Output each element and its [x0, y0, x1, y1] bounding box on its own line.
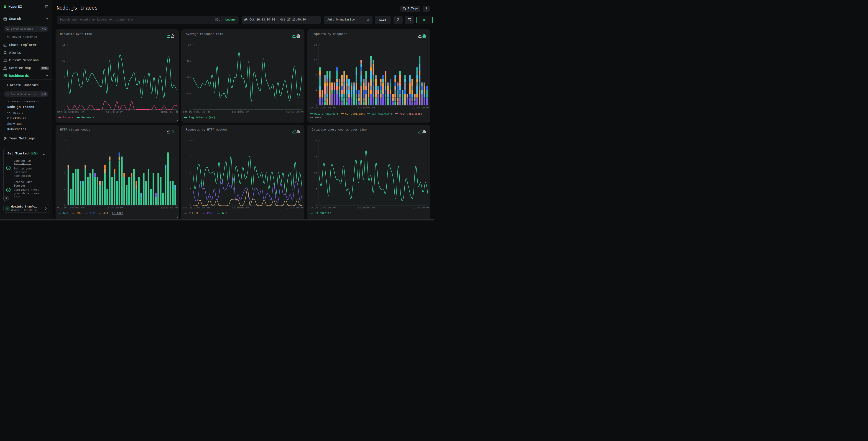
svg-text:12:30:00 PM: 12:30:00 PM — [160, 111, 178, 113]
svg-text:4: 4 — [64, 92, 65, 95]
svg-text:GET: GET — [222, 212, 227, 215]
svg-text:12:30:00 PM: 12:30:00 PM — [412, 206, 429, 209]
svg-text:POST: POST — [207, 212, 214, 215]
svg-text:Oct 26 1:00:00 PM: Oct 26 1:00:00 PM — [309, 206, 335, 209]
svg-text:4: 4 — [64, 188, 65, 190]
svg-text:8: 8 — [315, 74, 317, 77]
svg-text:Oct 26 1:00:00 PM: Oct 26 1:00:00 PM — [183, 111, 210, 113]
svg-text:Avg latency (ms): Avg latency (ms) — [189, 116, 215, 119]
svg-text:404: 404 — [103, 212, 108, 215]
svg-text:+7 more: +7 more — [310, 116, 321, 119]
svg-text:8: 8 — [64, 76, 65, 79]
svg-text:9: 9 — [189, 155, 191, 158]
svg-text:12: 12 — [188, 139, 191, 142]
svg-text:5: 5 — [315, 188, 317, 190]
svg-text:Oct 26 1:00:00 PM: Oct 26 1:00:00 PM — [183, 206, 210, 209]
svg-text:15: 15 — [314, 155, 317, 158]
svg-text:8: 8 — [64, 172, 65, 174]
svg-text:11:00:00 PM: 11:00:00 PM — [106, 206, 123, 209]
svg-text:Errors: Errors — [63, 116, 73, 119]
svg-text:300: 300 — [186, 76, 191, 79]
svg-text:150: 150 — [186, 92, 191, 95]
svg-text:500: 500 — [76, 212, 82, 215]
svg-text:DELETE /api/cart: DELETE /api/cart — [314, 113, 338, 115]
svg-text:12:30:00 PM: 12:30:00 PM — [160, 206, 178, 209]
svg-text:6: 6 — [189, 172, 191, 174]
svg-text:Db queries: Db queries — [315, 212, 331, 215]
svg-text:503: 503 — [63, 212, 68, 215]
svg-text:Oct 26 1:00:00 PM: Oct 26 1:00:00 PM — [309, 106, 335, 109]
svg-text:1k: 1k — [188, 43, 191, 46]
svg-text:Oct 26 1:00:00 PM: Oct 26 1:00:00 PM — [57, 206, 84, 209]
svg-text:12: 12 — [62, 60, 65, 62]
svg-text:12: 12 — [314, 59, 317, 61]
svg-text:16: 16 — [62, 139, 65, 142]
svg-text:422: 422 — [90, 212, 95, 215]
svg-text:+2 more: +2 more — [112, 212, 123, 215]
svg-text:12:30:00 PM: 12:30:00 PM — [286, 111, 304, 113]
svg-text:DELETE: DELETE — [189, 212, 199, 215]
svg-text:Oct 26 1:00:00 PM: Oct 26 1:00:00 PM — [57, 111, 84, 113]
svg-text:11:30:00 PM: 11:30:00 PM — [232, 206, 249, 209]
svg-text:12: 12 — [62, 155, 65, 158]
svg-text:450: 450 — [186, 60, 191, 62]
svg-text:11:30:00 PM: 11:30:00 PM — [106, 111, 123, 113]
svg-text:11:00:00 PM: 11:00:00 PM — [358, 106, 375, 109]
svg-text:20: 20 — [314, 139, 317, 142]
svg-text:10: 10 — [314, 172, 317, 174]
svg-text:16: 16 — [314, 43, 317, 46]
svg-text:11:30:00 PM: 11:30:00 PM — [358, 206, 375, 209]
svg-text:3: 3 — [189, 188, 191, 190]
svg-text:GET /api/users: GET /api/users — [371, 113, 392, 115]
svg-text:12:30:00 PM: 12:30:00 PM — [412, 106, 429, 109]
svg-text:16: 16 — [62, 43, 65, 46]
svg-text:12:30:00 PM: 12:30:00 PM — [286, 206, 304, 209]
svg-text:11:30:00 PM: 11:30:00 PM — [232, 111, 249, 113]
svg-text:4: 4 — [315, 89, 317, 92]
svg-text:POST /api/users: POST /api/users — [399, 113, 422, 115]
svg-text:GET /api/cart: GET /api/cart — [345, 113, 365, 115]
svg-text:Requests: Requests — [81, 116, 94, 119]
